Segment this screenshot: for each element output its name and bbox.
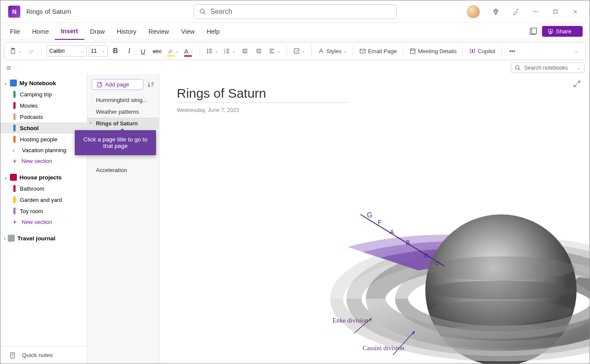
search-icon [199, 8, 206, 15]
svg-text:G: G [367, 211, 372, 219]
ribbon-expand-button[interactable]: ⌄ [570, 45, 582, 57]
add-page-label: Add page [105, 81, 129, 88]
svg-text:B: B [406, 239, 410, 246]
sort-pages-icon[interactable] [147, 81, 155, 89]
svg-point-0 [200, 9, 204, 13]
highlight-button[interactable]: ⌄ [165, 45, 181, 57]
help-tooltip: Click a page title to go to that page [75, 130, 156, 155]
pages-sidebar: Add page Hummingbird wing...Weather patt… [87, 74, 159, 364]
decrease-indent-button[interactable] [239, 45, 251, 57]
increase-indent-button[interactable] [253, 45, 265, 57]
menu-home[interactable]: Home [26, 23, 55, 40]
page-item[interactable]: Acceleration [87, 164, 159, 176]
svg-line-1 [204, 13, 205, 14]
svg-rect-31 [294, 49, 299, 54]
strikethrough-button[interactable]: abc [151, 45, 163, 57]
annotation-cassini: Cassini division [363, 345, 404, 352]
user-avatar[interactable] [467, 5, 480, 18]
premium-icon[interactable] [487, 4, 505, 19]
svg-text:D: D [435, 260, 439, 266]
menu-bar: File Home Insert Draw History Review Vie… [0, 23, 590, 40]
page-title[interactable]: Rings of Saturn [177, 86, 572, 101]
todo-tag-button[interactable]: ⌄ [291, 45, 307, 57]
section-item[interactable]: Toy room [0, 205, 87, 217]
svg-line-41 [519, 69, 520, 70]
notebook-sidebar: ⌄My NotebookCamping tripMoviesPodcastsSc… [0, 74, 87, 364]
page-item[interactable]: Hummingbird wing... [87, 94, 159, 106]
section-item[interactable]: Bathroom [0, 183, 87, 194]
more-options-button[interactable]: ••• [506, 45, 518, 57]
nav-toggle-icon[interactable] [6, 65, 12, 71]
svg-rect-42 [98, 82, 101, 87]
section-item[interactable]: Garden and yard [0, 194, 87, 205]
email-page-button[interactable]: Email Page [357, 45, 398, 57]
page-item[interactable]: Weather patterns [87, 106, 159, 118]
new-section-button[interactable]: +New section [0, 156, 87, 166]
menu-help[interactable]: Help [201, 23, 226, 40]
italic-button[interactable]: I [123, 45, 135, 57]
svg-rect-7 [532, 28, 537, 33]
font-size-select[interactable]: 11⌄ [89, 45, 108, 57]
quick-bar: Search notebooks ⌄ [0, 62, 590, 74]
search-notebooks[interactable]: Search notebooks ⌄ [511, 63, 584, 73]
section-item[interactable]: School [0, 122, 87, 134]
svg-point-14 [207, 52, 208, 53]
menu-file[interactable]: File [4, 23, 26, 40]
quick-notes-button[interactable]: Quick notes [0, 346, 87, 364]
saturn-illustration: G F A B C D Enke division Cassini divisi… [328, 191, 590, 364]
menu-view[interactable]: View [175, 23, 201, 40]
svg-point-50 [428, 300, 574, 323]
section-item[interactable]: ›Vacation planning [0, 145, 87, 156]
underline-button[interactable]: U [137, 45, 149, 57]
share-button[interactable]: Share ⌄ [542, 26, 583, 37]
svg-text:F: F [378, 218, 382, 226]
bullet-list-button[interactable]: ⌄ [204, 45, 220, 57]
paste-button[interactable]: ⌄ [8, 45, 23, 57]
menu-review[interactable]: Review [143, 23, 175, 40]
notebook-header[interactable]: ›Travel journal [0, 233, 87, 244]
styles-button[interactable]: Styles⌄ [316, 45, 348, 57]
number-list-button[interactable]: 123⌄ [222, 45, 237, 57]
maximize-button[interactable] [546, 4, 564, 19]
svg-point-12 [207, 51, 208, 51]
expand-page-icon[interactable] [573, 80, 581, 88]
svg-text:3: 3 [224, 52, 225, 54]
fullscreen-mode-icon[interactable] [529, 27, 538, 36]
align-button[interactable]: ⌄ [267, 45, 282, 57]
notebook-header[interactable]: ⌄My Notebook [0, 77, 87, 89]
svg-rect-33 [411, 49, 415, 54]
close-button[interactable] [566, 4, 584, 19]
add-page-button[interactable]: Add page [92, 79, 144, 90]
document-title: Rings of Saturn [26, 8, 71, 15]
share-label: Share [556, 28, 571, 35]
section-item[interactable]: Podcasts [0, 111, 87, 122]
font-color-button[interactable]: A⌄ [182, 45, 195, 57]
svg-text:C: C [424, 252, 428, 259]
search-placeholder: Search [210, 8, 233, 16]
copilot-button[interactable]: Copilot [467, 45, 497, 57]
section-item[interactable]: Hosting people [0, 134, 87, 145]
global-search[interactable]: Search [194, 4, 397, 19]
svg-text:A: A [390, 228, 394, 235]
meeting-details-button[interactable]: Meeting Details [408, 45, 459, 57]
format-painter-button[interactable] [25, 45, 37, 57]
title-bar: N Rings of Saturn Search [0, 0, 590, 23]
coming-soon-icon[interactable] [507, 4, 525, 19]
section-item[interactable]: Movies [0, 100, 87, 111]
page-date: Wednesday, June 7, 2023 [177, 107, 572, 113]
minimize-button[interactable] [526, 4, 545, 19]
bold-button[interactable]: B [109, 45, 121, 57]
svg-point-10 [207, 49, 208, 49]
ribbon-toolbar: ⌄ Cailbri⌄ 11⌄ B I U abc ⌄ A⌄ ⌄ 123⌄ ⌄ ⌄… [4, 42, 586, 60]
quick-notes-label: Quick notes [22, 352, 53, 358]
window-controls [467, 4, 588, 19]
font-select[interactable]: Cailbri⌄ [46, 45, 87, 57]
new-section-button[interactable]: +New section [0, 217, 87, 227]
section-item[interactable]: Camping trip [0, 89, 87, 100]
menu-history[interactable]: History [111, 23, 142, 40]
svg-point-48 [427, 256, 575, 281]
menu-draw[interactable]: Draw [84, 23, 111, 40]
notebook-header[interactable]: ⌄House projects [0, 172, 87, 183]
svg-rect-3 [554, 10, 557, 13]
menu-insert[interactable]: Insert [55, 23, 84, 40]
